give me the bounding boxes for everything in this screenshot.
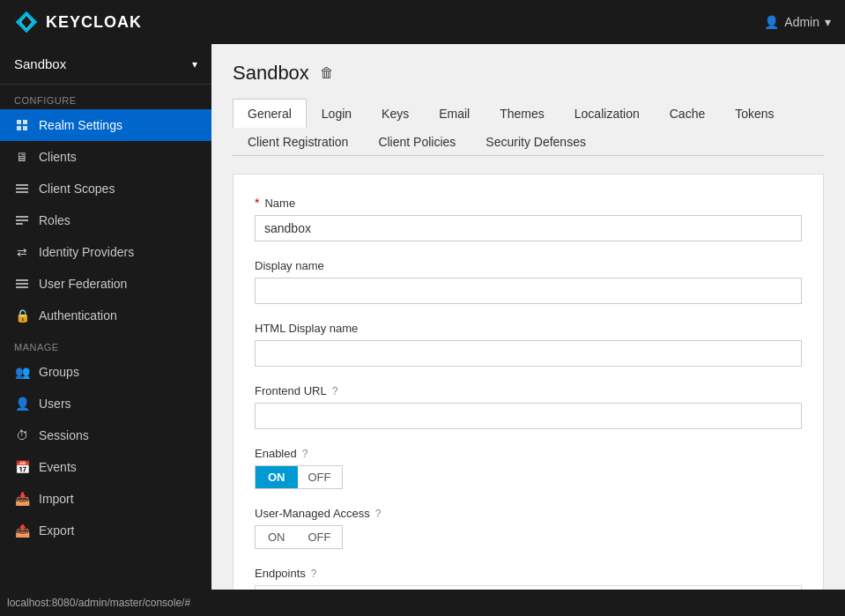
keycloak-logo-icon <box>14 10 39 34</box>
tab-login[interactable]: Login <box>307 99 367 128</box>
delete-realm-icon[interactable]: 🗑 <box>320 65 334 81</box>
frontend-url-help-icon: ? <box>332 385 338 397</box>
user-managed-access-label-text: User-Managed Access <box>255 507 370 520</box>
realm-chevron-icon: ▾ <box>192 58 197 71</box>
tab-email[interactable]: Email <box>424 99 485 128</box>
sidebar-item-realm-settings[interactable]: Realm Settings <box>0 109 211 141</box>
form-panel: * Name Display name HTML Display name <box>233 174 824 590</box>
realm-selector[interactable]: Sandbox ▾ <box>0 44 211 85</box>
svg-rect-8 <box>16 188 28 189</box>
sidebar-item-import-label: Import <box>39 492 74 506</box>
svg-rect-13 <box>16 279 28 281</box>
svg-rect-10 <box>16 216 28 218</box>
user-managed-access-toggle-on[interactable]: ON <box>256 526 298 548</box>
tab-localization[interactable]: Localization <box>560 99 655 128</box>
page-title: Sandbox <box>233 62 309 85</box>
configure-section-label: Configure <box>0 85 211 109</box>
sidebar: Sandbox ▾ Configure Realm Settings 🖥 Cli… <box>0 44 211 590</box>
tab-keys[interactable]: Keys <box>367 99 424 128</box>
top-nav: KEYCLOAK 👤 Admin ▾ <box>0 0 845 44</box>
user-menu[interactable]: 👤 Admin ▾ <box>764 15 831 29</box>
sidebar-item-sessions-label: Sessions <box>39 428 89 442</box>
tab-tokens[interactable]: Tokens <box>720 99 789 128</box>
name-label-text: Name <box>264 197 295 210</box>
endpoints-help-icon: ? <box>311 568 317 580</box>
sidebar-item-groups[interactable]: 👥 Groups <box>0 356 211 388</box>
enabled-help-icon: ? <box>302 448 308 460</box>
user-managed-access-label: User-Managed Access ? <box>255 507 802 520</box>
sidebar-item-identity-providers[interactable]: ⇄ Identity Providers <box>0 236 211 268</box>
sidebar-item-sessions[interactable]: ⏱ Sessions <box>0 419 211 451</box>
tab-security-defenses[interactable]: Security Defenses <box>471 127 601 156</box>
sidebar-item-clients-label: Clients <box>39 150 77 164</box>
events-icon: 📅 <box>14 459 30 475</box>
tab-themes[interactable]: Themes <box>485 99 560 128</box>
sidebar-item-export[interactable]: 📤 Export <box>0 515 211 546</box>
tab-client-registration[interactable]: Client Registration <box>233 127 363 156</box>
users-icon: 👤 <box>14 396 30 412</box>
sidebar-item-roles[interactable]: Roles <box>0 204 211 236</box>
required-star: * <box>255 196 259 210</box>
bottom-url: localhost:8080/admin/master/console/# <box>7 597 190 609</box>
sidebar-item-events-label: Events <box>39 460 77 474</box>
svg-rect-5 <box>17 126 21 130</box>
enabled-label: Enabled ? <box>255 447 802 460</box>
groups-icon: 👥 <box>14 364 30 380</box>
sidebar-item-authentication[interactable]: 🔒 Authentication <box>0 300 211 331</box>
svg-rect-3 <box>17 120 21 124</box>
name-label: * Name <box>255 196 802 210</box>
sidebar-item-events[interactable]: 📅 Events <box>0 451 211 483</box>
tab-client-policies[interactable]: Client Policies <box>363 127 471 156</box>
html-display-name-label: HTML Display name <box>255 322 802 335</box>
tab-cache[interactable]: Cache <box>655 99 720 128</box>
endpoints-label: Endpoints ? <box>255 567 802 580</box>
frontend-url-input[interactable] <box>255 403 802 429</box>
sidebar-item-client-scopes[interactable]: Client Scopes <box>0 173 211 204</box>
sidebar-item-groups-label: Groups <box>39 365 79 379</box>
realm-settings-icon <box>14 117 30 133</box>
frontend-url-label: Frontend URL ? <box>255 384 802 397</box>
enabled-toggle[interactable]: ON OFF <box>255 465 343 489</box>
realm-name: Sandbox <box>14 56 66 71</box>
frontend-url-label-text: Frontend URL <box>255 384 327 397</box>
svg-rect-15 <box>16 286 28 288</box>
display-name-field-group: Display name <box>255 259 802 304</box>
name-input[interactable] <box>255 215 802 241</box>
clients-icon: 🖥 <box>14 149 30 165</box>
import-icon: 📥 <box>14 491 30 507</box>
html-display-name-label-text: HTML Display name <box>255 322 358 335</box>
enabled-label-text: Enabled <box>255 447 297 460</box>
sidebar-item-export-label: Export <box>39 523 74 538</box>
html-display-name-input[interactable] <box>255 340 802 367</box>
roles-icon <box>14 212 30 228</box>
display-name-label-text: Display name <box>255 259 324 272</box>
sidebar-item-user-federation-label: User Federation <box>39 277 127 291</box>
enabled-toggle-off[interactable]: OFF <box>298 466 342 488</box>
user-chevron-icon: ▾ <box>825 15 831 29</box>
svg-rect-6 <box>23 126 27 130</box>
sidebar-item-user-federation[interactable]: User Federation <box>0 268 211 300</box>
logo: KEYCLOAK <box>14 10 142 34</box>
svg-rect-7 <box>16 184 28 186</box>
user-managed-access-field-group: User-Managed Access ? ON OFF <box>255 507 802 549</box>
name-field-group: * Name <box>255 196 802 241</box>
enabled-toggle-on[interactable]: ON <box>256 466 298 488</box>
tab-general[interactable]: General <box>233 99 307 128</box>
main-layout: Sandbox ▾ Configure Realm Settings 🖥 Cli… <box>0 44 845 590</box>
client-scopes-icon <box>14 181 30 197</box>
user-managed-access-toggle-off[interactable]: OFF <box>298 526 342 548</box>
sidebar-item-roles-label: Roles <box>39 213 70 227</box>
sidebar-item-client-scopes-label: Client Scopes <box>39 182 115 196</box>
user-icon: 👤 <box>764 15 779 29</box>
user-managed-access-toggle[interactable]: ON OFF <box>255 525 343 549</box>
display-name-label: Display name <box>255 259 802 272</box>
sidebar-item-users-label: Users <box>39 397 71 411</box>
sidebar-item-clients[interactable]: 🖥 Clients <box>0 141 211 173</box>
export-icon: 📤 <box>14 523 30 538</box>
svg-rect-11 <box>16 219 28 221</box>
sidebar-item-identity-providers-label: Identity Providers <box>39 245 134 259</box>
display-name-input[interactable] <box>255 278 802 304</box>
sidebar-item-import[interactable]: 📥 Import <box>0 483 211 515</box>
svg-rect-12 <box>16 223 23 225</box>
sidebar-item-users[interactable]: 👤 Users <box>0 388 211 419</box>
